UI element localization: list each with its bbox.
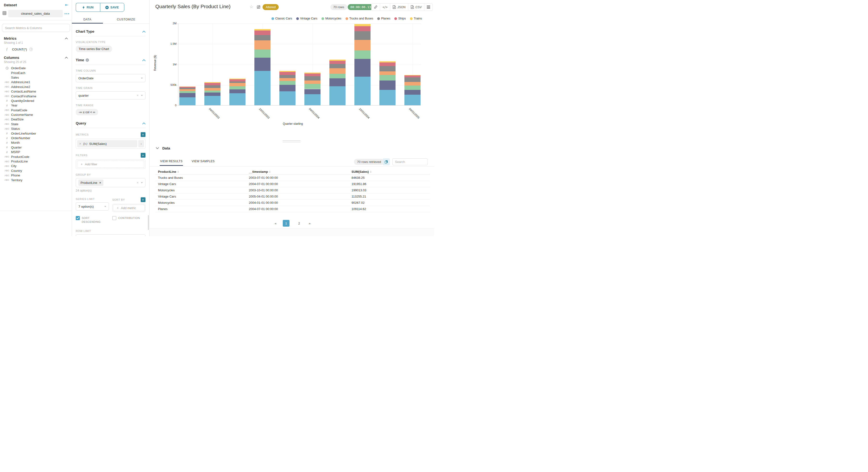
sort-icon[interactable] xyxy=(178,170,179,173)
add-filter-dropzone[interactable]: ＋Add filter xyxy=(77,161,144,168)
save-button[interactable]: SAVE xyxy=(100,3,125,12)
bar-segment-motorcycles[interactable] xyxy=(179,91,195,93)
bar-segment-ships[interactable] xyxy=(354,26,371,31)
table-row[interactable]: Motorcycles2003-10-01 00:00:00199013.03 xyxy=(155,187,430,193)
legend-item-planes[interactable]: Planes xyxy=(377,17,390,20)
series-limit-select[interactable]: 7 option(s) xyxy=(76,202,109,211)
stacked-bar-04/01/2003[interactable] xyxy=(205,23,220,105)
bar-segment-ships[interactable] xyxy=(379,62,396,66)
column-item-territory[interactable]: ABCTerritory xyxy=(0,178,72,182)
column-item-contactlastname[interactable]: ABCContactLastName xyxy=(0,89,72,94)
table-row[interactable]: Trucks and Buses2003-07-01 00:00:0084638… xyxy=(155,175,430,181)
table-row[interactable]: Vintage Cars2005-04-01 00:00:00113255.21 xyxy=(155,193,430,200)
tab-view-results[interactable]: VIEW RESULTS xyxy=(160,160,183,166)
column-item-ordernumber[interactable]: #OrderNumber xyxy=(0,136,72,140)
bar-segment-ships[interactable] xyxy=(229,79,246,82)
column-item-status[interactable]: ABCStatus xyxy=(0,126,72,131)
bar-segment-vintage-cars[interactable] xyxy=(205,93,220,96)
column-item-month[interactable]: #Month xyxy=(0,140,72,145)
copy-data-button[interactable] xyxy=(383,158,390,165)
bar-segment-planes[interactable] xyxy=(379,66,396,71)
bar-segment-classic-cars[interactable] xyxy=(304,94,320,105)
bar-segment-trains[interactable] xyxy=(254,29,271,31)
chevron-up-icon[interactable] xyxy=(142,58,146,62)
column-item-customername[interactable]: ABCCustomerName xyxy=(0,113,72,117)
time-column-select[interactable]: OrderDate xyxy=(76,74,146,82)
view-query-button[interactable]: </> xyxy=(380,4,390,10)
stacked-bar-04/01/2005[interactable] xyxy=(404,23,421,105)
bar-segment-motorcycles[interactable] xyxy=(205,91,220,93)
bar-segment-trucks-and-buses[interactable] xyxy=(279,78,296,81)
column-item-productcode[interactable]: ABCProductCode xyxy=(0,154,72,159)
bar-segment-trucks-and-buses[interactable] xyxy=(304,81,320,84)
bar-segment-motorcycles[interactable] xyxy=(229,86,246,89)
bar-segment-trains[interactable] xyxy=(304,72,320,73)
viz-type-value[interactable]: Time-series Bar Chart xyxy=(76,46,112,52)
bar-segment-vintage-cars[interactable] xyxy=(354,59,371,76)
add-metric-button[interactable]: + xyxy=(141,132,146,137)
tab-customize[interactable]: CUSTOMIZE xyxy=(103,15,149,23)
stacked-bar-10/01/2004[interactable] xyxy=(354,23,371,105)
bar-segment-trains[interactable] xyxy=(179,87,195,87)
stacked-bar-04/01/2004[interactable] xyxy=(304,23,320,105)
bar-segment-trucks-and-buses[interactable] xyxy=(404,82,421,86)
bar-segment-ships[interactable] xyxy=(404,75,421,77)
bar-segment-planes[interactable] xyxy=(229,82,246,83)
chevron-up-icon[interactable] xyxy=(142,121,146,125)
tab-data[interactable]: DATA xyxy=(72,15,103,23)
bar-segment-motorcycles[interactable] xyxy=(330,74,345,78)
column-item-year[interactable]: #Year xyxy=(0,103,72,108)
run-button[interactable]: RUN xyxy=(76,3,100,12)
stacked-bar-01/01/2003[interactable] xyxy=(179,23,195,105)
bar-segment-classic-cars[interactable] xyxy=(229,93,246,105)
metric-chip[interactable]: ✕ f(x) SUM(Sales) xyxy=(77,140,137,147)
favorite-star-icon[interactable]: ☆ xyxy=(250,4,253,9)
dataset-name[interactable]: cleaned_sales_data xyxy=(8,10,63,17)
bar-segment-trains[interactable] xyxy=(404,75,421,76)
bar-segment-classic-cars[interactable] xyxy=(330,86,345,105)
resize-handle[interactable] xyxy=(282,140,301,143)
bar-segment-planes[interactable] xyxy=(304,76,320,81)
bar-segment-vintage-cars[interactable] xyxy=(179,93,195,97)
column-header-timestamp[interactable]: __timestamp xyxy=(246,170,349,174)
bar-segment-vintage-cars[interactable] xyxy=(304,89,320,94)
legend-item-trains[interactable]: Trains xyxy=(410,17,422,20)
bar-segment-trains[interactable] xyxy=(279,71,296,72)
legend-item-vintage-cars[interactable]: Vintage Cars xyxy=(296,17,317,20)
bar-segment-classic-cars[interactable] xyxy=(404,95,421,105)
chevron-down-icon[interactable] xyxy=(156,147,159,149)
chevron-up-icon[interactable] xyxy=(65,57,68,59)
clear-icon[interactable]: ✕ xyxy=(136,94,139,97)
bar-segment-classic-cars[interactable] xyxy=(354,77,371,105)
table-row[interactable]: Motorcycles2004-01-01 00:00:0090267.02 xyxy=(155,200,430,206)
add-filter-button[interactable]: + xyxy=(141,153,146,158)
bar-segment-trucks-and-buses[interactable] xyxy=(205,88,220,91)
page-button-2[interactable]: 2 xyxy=(296,220,303,227)
bar-segment-trucks-and-buses[interactable] xyxy=(354,40,371,51)
sort-icon[interactable] xyxy=(370,170,371,173)
bar-segment-ships[interactable] xyxy=(179,87,195,88)
bar-segment-vintage-cars[interactable] xyxy=(254,58,271,71)
bar-segment-ships[interactable] xyxy=(304,73,320,76)
bar-segment-motorcycles[interactable] xyxy=(354,51,371,59)
clear-icon[interactable]: ✕ xyxy=(136,181,139,184)
add-sort-metric-button[interactable]: + xyxy=(141,197,146,202)
scrollbar-thumb[interactable] xyxy=(148,215,149,230)
bar-segment-planes[interactable] xyxy=(254,35,271,40)
bar-segment-vintage-cars[interactable] xyxy=(330,78,345,86)
bar-segment-vintage-cars[interactable] xyxy=(279,85,296,92)
bar-segment-planes[interactable] xyxy=(330,64,345,68)
bar-segment-planes[interactable] xyxy=(354,31,371,40)
column-item-quarter[interactable]: #Quarter xyxy=(0,145,72,150)
edit-title-icon[interactable] xyxy=(256,5,261,10)
bar-segment-ships[interactable] xyxy=(330,61,345,64)
legend-item-motorcycles[interactable]: Motorcycles xyxy=(321,17,341,20)
bar-segment-trains[interactable] xyxy=(330,60,345,61)
column-item-contactfirstname[interactable]: ABCContactFirstName xyxy=(0,94,72,98)
bar-segment-planes[interactable] xyxy=(404,77,421,82)
group-by-chip[interactable]: ProductLine✕ xyxy=(79,180,103,186)
menu-button[interactable] xyxy=(424,4,433,10)
next-page-button[interactable]: » xyxy=(309,222,311,225)
bar-segment-trucks-and-buses[interactable] xyxy=(179,89,195,91)
metric-item[interactable]: ƒ COUNT(*) ? xyxy=(4,48,68,51)
